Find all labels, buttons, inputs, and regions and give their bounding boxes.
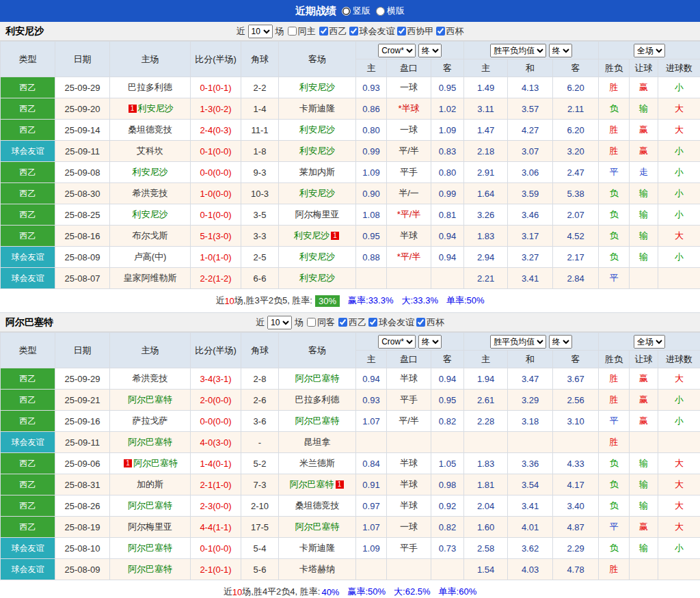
match-row: 西乙25-09-16萨拉戈萨0-0(0-0)3-6阿尔巴塞特1.07平/半0.8… [1,411,700,432]
filter-bar: 阿尔巴塞特 近 10 场 同客 西乙球会友谊西杯 [0,313,700,332]
team-name-text: 利安尼沙 [133,209,168,219]
goals-cell: 小 [658,247,700,268]
avg-draw-cell: 3.06 [508,162,553,183]
fulltime-select[interactable]: 全场 [634,44,665,57]
league-filter[interactable]: 西杯 [435,25,464,38]
avg-stage-select[interactable]: 终 [549,44,572,57]
league-checkbox[interactable] [338,318,347,327]
match-type-cell: 球会友谊 [1,538,55,559]
same-venue-label: 同客 [317,316,335,329]
league-checkbox[interactable] [319,27,328,36]
home-team-cell: 希洪竞技 [110,368,191,390]
layout-option-horizontal[interactable]: 横版 [376,5,405,17]
bookmaker-select[interactable]: Crow* [378,335,416,349]
score-cell: 2-4(0-3) [191,120,241,141]
vertical-radio[interactable] [342,7,351,16]
league-checkbox[interactable] [436,27,445,36]
summary-handicap-rate: 赢率:33.3% [348,295,393,307]
same-venue-checkbox[interactable] [288,27,297,36]
league-checkbox[interactable] [349,27,358,36]
col-type: 类型 [1,333,55,368]
result-cell: 负 [599,474,630,495]
handicap-cell: 一球 [387,517,431,538]
col-date: 日期 [55,42,110,77]
away-team-cell: 利安尼沙1 [279,226,356,247]
goals-cell [658,559,700,580]
same-venue-filter[interactable]: 同客 [306,316,335,329]
handicap-result-cell [630,432,658,453]
team-name-text: 利安尼沙 [138,103,174,113]
avg-draw-cell: 3.59 [508,183,553,204]
away-team-cell: 阿尔巴塞特1 [279,474,356,495]
corner-cell: 10-3 [241,183,279,204]
avg-home-cell: 2.58 [464,538,508,559]
league-filter[interactable]: 球会友谊 [368,316,414,329]
goals-cell: 小 [658,77,700,98]
league-label: 球会友谊 [360,25,395,38]
handicap-result-cell: 赢 [630,368,658,390]
odds-away-cell: 0.98 [431,474,464,495]
recent-count-select[interactable]: 10 [248,25,273,38]
fulltime-select[interactable]: 全场 [634,335,665,349]
away-team-cell: 阿尔巴塞特 [279,368,356,390]
league-filter[interactable]: 西杯 [416,316,444,329]
league-checkbox[interactable] [416,318,425,327]
team-name-text: 利安尼沙 [133,167,168,177]
vertical-label: 竖版 [353,5,371,17]
league-checkbox[interactable] [368,318,377,327]
col-corner: 角球 [241,333,279,368]
avg-away-cell: 3.40 [553,495,599,517]
match-type-cell: 西乙 [1,226,55,247]
result-cell: 胜 [599,120,630,141]
team-name-text: 希洪竞技 [133,188,168,198]
team-name-text: 利安尼沙 [299,146,335,156]
avg-select[interactable]: 胜平负均值 [490,335,546,349]
score-cell: 2-2(1-2) [191,268,241,289]
avg-away-cell: 3.20 [553,141,599,162]
league-filter[interactable]: 西协甲 [396,25,434,38]
handicap-cell: 平/半 [387,411,431,432]
odds-away-cell [431,268,464,289]
avg-home-cell: 2.28 [464,411,508,432]
same-venue-checkbox[interactable] [307,318,316,327]
league-filter[interactable]: 球会友谊 [349,25,395,38]
handicap-cell: 半球 [387,368,431,390]
team-name-text: 卡塔赫纳 [299,564,335,574]
league-filter[interactable]: 西乙 [319,25,347,38]
subcol-avg-draw: 和 [508,351,553,368]
bookmaker-select[interactable]: Crow* [378,44,416,57]
subcol-odds-home: 主 [356,351,387,368]
same-venue-filter[interactable]: 同主 [287,25,316,38]
match-type-cell: 球会友谊 [1,559,55,580]
team-name-text: 阿尔巴塞特 [128,500,172,511]
away-team-cell: 阿尔巴塞特 [279,517,356,538]
odds-home-cell [356,559,387,580]
match-type-cell: 球会友谊 [1,268,55,289]
home-team-cell: 阿尔巴塞特 [110,495,191,517]
league-filter[interactable]: 西乙 [338,316,366,329]
team-name-text: 莱加内斯 [299,167,335,177]
recent-count-select[interactable]: 10 [267,316,292,329]
odds-stage-select[interactable]: 终 [418,335,442,349]
horizontal-radio[interactable] [376,7,385,16]
match-row: 球会友谊25-08-10阿尔巴塞特0-1(0-0)5-4卡斯迪隆1.09平手0.… [1,538,700,559]
away-team-cell: 利安尼沙 [279,268,356,289]
away-team-cell: 巴拉多利德 [279,390,356,411]
corner-cell: 17-5 [241,517,279,538]
avg-select[interactable]: 胜平负均值 [490,44,546,57]
avg-home-cell: 2.18 [464,141,508,162]
league-checkbox[interactable] [397,27,406,36]
subcol-handicap-result: 让球 [630,59,658,77]
goals-cell: 小 [658,141,700,162]
odds-away-cell: 0.94 [431,247,464,268]
col-score: 比分(半场) [191,42,241,77]
team-name-text: 阿尔梅里亚 [128,521,172,532]
avg-stage-select[interactable]: 终 [549,335,572,349]
layout-option-vertical[interactable]: 竖版 [342,5,371,17]
odds-stage-select[interactable]: 终 [418,44,442,57]
match-type-cell: 西乙 [1,474,55,495]
near-label: 近 [256,316,265,329]
team-name-text: 艾科坎 [137,146,163,156]
away-team-cell: 卡斯迪隆 [279,98,356,120]
subcol-avg-home: 主 [464,59,508,77]
